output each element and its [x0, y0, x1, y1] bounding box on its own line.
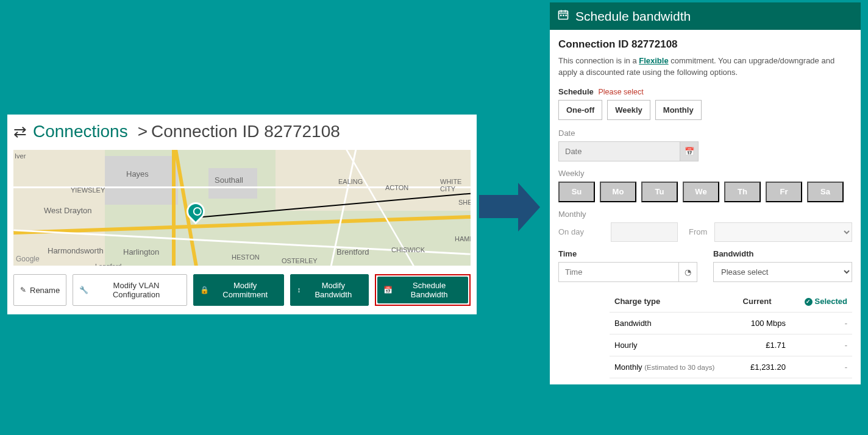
date-input-group: 📅 — [558, 141, 852, 161]
schedule-error: Please select — [598, 88, 643, 96]
map-label: WHITE CITY — [440, 178, 471, 193]
breadcrumb-current: Connection ID 82772108 — [151, 122, 340, 141]
time-label: Time — [558, 249, 697, 258]
table-row: Hourly £1.71 - — [610, 334, 852, 356]
check-icon: ✓ — [805, 298, 813, 306]
wrench-icon: 🔧 — [79, 286, 88, 294]
schedule-bandwidth-label: Schedule Bandwidth — [396, 281, 462, 299]
onday-label: On day — [558, 227, 603, 236]
map-label: Iver — [15, 152, 26, 160]
breadcrumb: ⇄ Connections > Connection ID 82772108 — [7, 115, 477, 150]
calendar-icon — [557, 9, 569, 24]
rename-button-label: Rename — [30, 286, 60, 295]
modify-commitment-button[interactable]: 🔒 Modify Commitment — [193, 274, 284, 306]
time-picker-button[interactable]: ◔ — [679, 262, 697, 282]
col-current: Current — [738, 291, 791, 313]
date-label: Date — [558, 129, 852, 138]
tab-oneoff[interactable]: One-off — [558, 100, 602, 120]
calendar-icon: 📅 — [383, 286, 393, 294]
panel-header: Schedule bandwidth — [550, 2, 861, 30]
rename-button[interactable]: ✎ Rename — [13, 274, 66, 306]
map-label: CHISWICK — [391, 246, 425, 253]
modify-bandwidth-button[interactable]: ↕ Modify Bandwidth — [290, 274, 369, 306]
map-label: OSTERLEY — [282, 257, 318, 264]
weekday-selector: Su Mo Tu We Th Fr Sa — [558, 182, 852, 202]
day-fr[interactable]: Fr — [766, 182, 802, 202]
map-label: SHEPHE — [458, 199, 471, 206]
google-attribution: Google — [16, 255, 40, 263]
table-row: Monthly (Estimated to 30 days) £1,231.20… — [610, 356, 852, 378]
map-label: HAMMER — [455, 235, 471, 242]
pencil-icon: ✎ — [20, 286, 26, 294]
schedule-bandwidth-panel: Schedule bandwidth Connection ID 8277210… — [550, 2, 861, 384]
calendar-icon: 📅 — [685, 147, 694, 156]
map-label: ACTON — [385, 184, 408, 191]
schedule-label: Schedule Please select — [558, 87, 852, 96]
connection-id-heading: Connection ID 82772108 — [558, 38, 852, 51]
connection-map[interactable]: Iver Hayes Southall EALING West Drayton … — [13, 150, 471, 266]
bandwidth-select[interactable]: Please select — [713, 262, 852, 282]
connection-detail-panel: ⇄ Connections > Connection ID 82772108 I… — [7, 115, 477, 314]
connection-description: This connection is in a Flexible commitm… — [558, 55, 852, 79]
map-label: West Drayton — [44, 206, 92, 215]
onday-input[interactable] — [611, 222, 678, 242]
date-picker-button[interactable]: 📅 — [680, 141, 699, 161]
svg-rect-4 — [560, 15, 562, 16]
map-label: Longford — [95, 263, 121, 266]
map-label: Harmondsworth — [48, 246, 104, 255]
modify-commitment-label: Modify Commitment — [213, 281, 277, 299]
tab-monthly[interactable]: Monthly — [655, 100, 702, 120]
clock-icon: ◔ — [685, 267, 691, 277]
connection-toolbar: ✎ Rename 🔧 Modify VLAN Configuration 🔒 M… — [7, 266, 477, 314]
schedule-bandwidth-highlight: 📅 Schedule Bandwidth — [375, 274, 471, 306]
schedule-tabs: One-off Weekly Monthly — [558, 100, 852, 120]
map-label: HESTON — [232, 253, 260, 261]
modify-vlan-button[interactable]: 🔧 Modify VLAN Configuration — [73, 274, 187, 306]
time-input[interactable] — [558, 262, 679, 282]
map-label: EALING — [338, 178, 363, 185]
map-label: Harlington — [123, 247, 159, 256]
day-th[interactable]: Th — [724, 182, 761, 202]
day-mo[interactable]: Mo — [600, 182, 636, 202]
exchange-icon: ⇄ — [13, 122, 27, 141]
col-charge-type: Charge type — [610, 291, 738, 313]
table-row: Bandwidth 100 Mbps - — [610, 312, 852, 334]
from-select[interactable] — [714, 222, 852, 242]
updown-icon: ↕ — [297, 286, 301, 294]
from-label: From — [689, 227, 707, 236]
lock-icon: 🔒 — [200, 286, 209, 294]
monthly-label: Monthly — [558, 210, 852, 219]
bandwidth-label: Bandwidth — [713, 249, 852, 258]
tab-weekly[interactable]: Weekly — [607, 100, 650, 120]
panel-title: Schedule bandwidth — [575, 9, 691, 24]
col-selected: ✓Selected — [791, 291, 852, 313]
map-label: Southall — [215, 175, 243, 185]
breadcrumb-separator: > — [138, 122, 148, 141]
svg-rect-6 — [565, 15, 567, 16]
map-label: Hayes — [126, 169, 149, 179]
day-we[interactable]: We — [683, 182, 719, 202]
day-tu[interactable]: Tu — [641, 182, 678, 202]
modify-vlan-label: Modify VLAN Configuration — [92, 281, 180, 299]
day-sa[interactable]: Sa — [807, 182, 844, 202]
svg-rect-5 — [563, 15, 564, 16]
date-input[interactable] — [558, 141, 680, 161]
day-su[interactable]: Su — [558, 182, 595, 202]
map-label: Brentford — [336, 247, 369, 256]
map-label: YIEWSLEY — [71, 186, 105, 194]
breadcrumb-link-connections[interactable]: Connections — [33, 122, 128, 141]
flexible-link[interactable]: Flexible — [639, 56, 668, 65]
schedule-bandwidth-button[interactable]: 📅 Schedule Bandwidth — [377, 277, 468, 303]
charge-table: Charge type Current ✓Selected Bandwidth … — [610, 291, 852, 378]
modify-bandwidth-label: Modify Bandwidth — [304, 281, 362, 299]
weekly-label: Weekly — [558, 169, 852, 178]
